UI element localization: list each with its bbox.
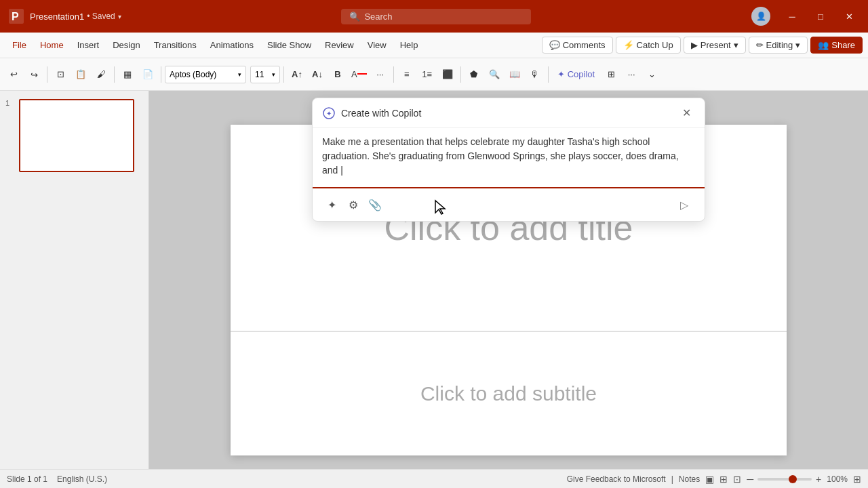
- copilot-attach-button[interactable]: 📎: [366, 195, 384, 214]
- font-dropdown-icon: ▾: [238, 71, 241, 78]
- toolbar-separator-3: [161, 66, 161, 83]
- zoom-out-button[interactable]: ─: [747, 474, 753, 485]
- copilot-button[interactable]: ✦ Copilot: [552, 64, 600, 85]
- menu-transitions[interactable]: Transitions: [147, 36, 203, 54]
- section-button[interactable]: 📄: [138, 64, 157, 85]
- mic-button[interactable]: 🎙: [526, 64, 545, 85]
- zoom-level[interactable]: 100%: [827, 474, 848, 484]
- copilot-dialog-footer: ✦ ⚙ 📎 ▷: [313, 187, 705, 221]
- present-icon: ▶: [691, 40, 698, 50]
- slide-thumb-box: [19, 99, 134, 172]
- copilot-dialog-body: [313, 128, 705, 187]
- zoom-thumb: [789, 475, 797, 483]
- toolbar-separator-7: [548, 66, 549, 83]
- menu-view[interactable]: View: [361, 36, 393, 54]
- svg-text:P: P: [12, 11, 19, 22]
- statusbar-right: Give Feedback to Microsoft | Notes ▣ ⊞ ⊡…: [567, 474, 861, 485]
- menu-home[interactable]: Home: [33, 36, 71, 54]
- share-button[interactable]: 👥 Share: [810, 37, 863, 54]
- menu-insert[interactable]: Insert: [71, 36, 106, 54]
- copilot-close-button[interactable]: ✕: [678, 105, 695, 121]
- toolbar-separator-5: [393, 66, 394, 83]
- toolbar-separator-4: [283, 66, 284, 83]
- font-size-selector[interactable]: 11 ▾: [250, 66, 280, 83]
- format-painter[interactable]: 🖌: [92, 64, 111, 85]
- zoom-in-button[interactable]: +: [816, 474, 821, 485]
- slide-subtitle-area[interactable]: Click to add subtitle: [231, 331, 787, 455]
- present-dropdown-icon: ▾: [734, 40, 738, 50]
- editing-button[interactable]: ✏ Editing ▾: [749, 37, 808, 54]
- shapes-button[interactable]: ⬟: [465, 64, 484, 85]
- copilot-dialog-header: ✦ Create with Copilot ✕: [313, 98, 705, 128]
- doc-title: Presentation1: [30, 12, 84, 22]
- statusbar-separator: |: [671, 474, 673, 484]
- svg-text:✦: ✦: [326, 110, 332, 117]
- zoom-slider[interactable]: [757, 478, 812, 481]
- view-normal-button[interactable]: ▣: [705, 474, 714, 485]
- fit-screen-button[interactable]: ⊞: [853, 474, 861, 485]
- catch-up-button[interactable]: ⚡ Catch Up: [616, 37, 681, 54]
- share-icon: 👥: [818, 40, 829, 50]
- title-bar: P Presentation1 • Saved ▾ 🔍 Search 👤 ─ □…: [0, 0, 868, 33]
- formatting-toolbar: ↩ ↩ ⊡ 📋 🖌 ▦ 📄 Aptos (Body) ▾ 11 ▾ A↑ A↓ …: [0, 58, 868, 91]
- app-icon: P: [7, 7, 26, 26]
- ribbon-actions: 💬 Comments ⚡ Catch Up ▶ Present ▾ ✏ Edit…: [542, 37, 863, 54]
- slide-panel: 1: [0, 91, 149, 469]
- table-view-button[interactable]: ⊞: [601, 64, 620, 85]
- increase-font-button[interactable]: A↑: [288, 64, 307, 85]
- font-selector[interactable]: Aptos (Body) ▾: [165, 66, 246, 83]
- toolbar-expand-button[interactable]: ⌄: [642, 64, 661, 85]
- zoom-control: ─ +: [747, 474, 821, 485]
- minimize-button[interactable]: ─: [780, 5, 804, 27]
- decrease-font-button[interactable]: A↓: [308, 64, 327, 85]
- toolbar-separator-2: [114, 66, 115, 83]
- comments-button[interactable]: 💬 Comments: [542, 37, 613, 54]
- menu-help[interactable]: Help: [393, 36, 425, 54]
- menu-slideshow[interactable]: Slide Show: [260, 36, 318, 54]
- dict-button[interactable]: 📖: [505, 64, 524, 85]
- menu-file[interactable]: File: [5, 36, 33, 54]
- close-button[interactable]: ✕: [837, 5, 861, 27]
- copilot-dialog: ✦ Create with Copilot ✕ ✦ ⚙ 📎 ▷: [312, 98, 705, 222]
- search-input[interactable]: 🔍 Search: [341, 9, 531, 24]
- editing-icon: ✏: [756, 40, 764, 50]
- copy-button[interactable]: ⊡: [51, 64, 70, 85]
- main-area: 1 ✦ Create with Copilot ✕ ✦: [0, 91, 868, 469]
- saved-badge: • Saved: [87, 12, 115, 21]
- numbering-button[interactable]: 1≡: [418, 64, 437, 85]
- maximize-button[interactable]: □: [808, 5, 833, 27]
- layout-button[interactable]: ▦: [118, 64, 137, 85]
- font-color-button[interactable]: A: [349, 64, 370, 85]
- notes-button[interactable]: Notes: [679, 474, 700, 484]
- alignment-button[interactable]: ⬛: [438, 64, 457, 85]
- slide-number: 1: [5, 99, 15, 107]
- status-bar: Slide 1 of 1 English (U.S.) Give Feedbac…: [0, 469, 868, 488]
- bold-button[interactable]: B: [328, 64, 347, 85]
- copilot-settings-button[interactable]: ⚙: [344, 195, 363, 214]
- menu-design[interactable]: Design: [106, 36, 146, 54]
- slide-subtitle-placeholder: Click to add subtitle: [420, 382, 597, 405]
- copilot-sparkle-button[interactable]: ✦: [322, 195, 341, 214]
- paste-button[interactable]: 📋: [71, 64, 90, 85]
- profile-avatar[interactable]: 👤: [751, 7, 770, 26]
- bullets-button[interactable]: ≡: [397, 64, 416, 85]
- present-button[interactable]: ▶ Present ▾: [684, 37, 746, 54]
- view-fit-button[interactable]: ⊡: [733, 474, 741, 485]
- slide-info: Slide 1 of 1: [7, 474, 47, 484]
- more-toolbar-button[interactable]: ···: [622, 64, 641, 85]
- menu-review[interactable]: Review: [318, 36, 361, 54]
- feedback-link[interactable]: Give Feedback to Microsoft: [567, 474, 666, 484]
- copilot-prompt-input[interactable]: [322, 135, 695, 178]
- catchup-icon: ⚡: [623, 40, 634, 50]
- more-text-button[interactable]: ···: [371, 64, 390, 85]
- view-grid-button[interactable]: ⊞: [719, 474, 728, 485]
- language-info: English (U.S.): [57, 474, 107, 484]
- find-button[interactable]: 🔍: [485, 64, 504, 85]
- copilot-dialog-title: Create with Copilot: [341, 108, 421, 119]
- copilot-send-button[interactable]: ▷: [673, 194, 695, 216]
- undo-button[interactable]: ↩: [4, 64, 23, 85]
- redo-button[interactable]: ↩: [24, 64, 43, 85]
- menu-animations[interactable]: Animations: [203, 36, 260, 54]
- slide-thumbnail-1[interactable]: 1: [5, 99, 143, 172]
- copilot-dialog-icon: ✦: [322, 106, 336, 120]
